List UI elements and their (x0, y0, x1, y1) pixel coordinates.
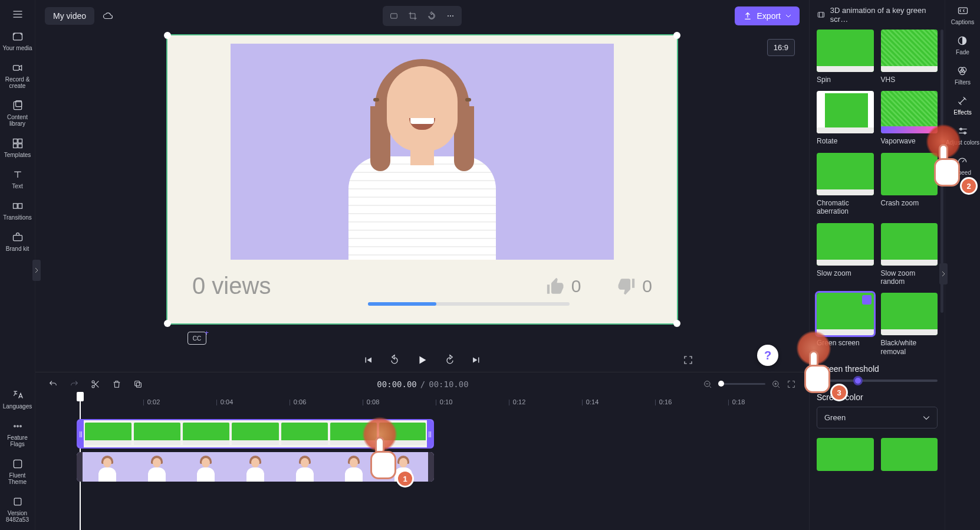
zoom-slider[interactable] (718, 383, 765, 385)
screen-color-select[interactable]: Green (817, 407, 938, 428)
cloud-sync-icon[interactable] (103, 11, 113, 21)
captions-toggle[interactable]: CC (188, 332, 206, 345)
help-button[interactable]: ? (757, 345, 778, 366)
pin-icon (862, 295, 872, 305)
clip-grip-left[interactable] (77, 452, 83, 482)
dots-icon (12, 420, 24, 432)
skip-end-icon[interactable] (471, 355, 482, 365)
svg-rect-2 (14, 102, 21, 109)
resize-handle-tr[interactable] (673, 32, 680, 39)
preview-canvas[interactable]: 0 views 0 0 (167, 35, 677, 323)
svg-rect-8 (13, 204, 17, 208)
clip-green-screen[interactable]: || || (77, 419, 434, 449)
more-tool[interactable] (442, 8, 459, 24)
forward-icon[interactable] (444, 354, 456, 366)
clip-video[interactable] (77, 452, 434, 482)
rail-filters[interactable]: Filters (955, 65, 971, 86)
effect-green-screen[interactable]: Green screen (817, 293, 874, 356)
sidebar-item-transitions[interactable]: Transitions (0, 199, 35, 222)
play-icon[interactable] (416, 354, 429, 367)
clip-grip-left[interactable]: || (78, 420, 84, 447)
effect-spin[interactable]: Spin (817, 30, 874, 84)
right-panel-collapse[interactable] (939, 263, 948, 284)
trash-icon[interactable] (112, 379, 121, 389)
clip-grip-right[interactable]: || (427, 420, 433, 447)
skip-start-icon[interactable] (363, 355, 373, 365)
export-button[interactable]: Export (735, 6, 800, 25)
effect-vhs[interactable]: VHS (881, 30, 938, 84)
rewind-icon[interactable] (389, 354, 400, 366)
ruler-tick: 0:14 (581, 398, 598, 405)
camera-icon (12, 62, 24, 74)
sidebar-item-version[interactable]: Version 8482a53 (0, 495, 35, 524)
effect-bw-removal[interactable]: Black/white removal (881, 293, 938, 356)
sidebar-item-record[interactable]: Record & create (0, 61, 35, 90)
rail-adjust-colors[interactable]: Adjust colors (946, 125, 979, 146)
svg-point-12 (17, 426, 18, 427)
main-area: My video Export 16:9 (35, 0, 809, 530)
resize-handle-bl[interactable] (164, 320, 171, 327)
redo-icon[interactable] (70, 379, 79, 389)
library-icon (12, 100, 24, 112)
project-title-chip[interactable]: My video (45, 7, 94, 25)
timeline-ruler[interactable]: 0:02 0:04 0:06 0:08 0:10 0:12 0:14 0:16 … (77, 395, 809, 413)
effect-rotate[interactable]: Rotate (817, 91, 874, 145)
crop-tool[interactable] (404, 8, 422, 24)
thumbs-up-icon (545, 276, 565, 296)
effect-more-2[interactable] (881, 438, 938, 471)
svg-point-18 (450, 15, 451, 17)
effect-vaporwave[interactable]: Vaporwave (881, 91, 938, 145)
sidebar-item-your-media[interactable]: Your media (0, 30, 35, 53)
resize-handle-tl[interactable] (164, 32, 171, 39)
sidebar-item-feature-flags[interactable]: Feature Flags (0, 419, 35, 449)
screen-color-value: Green (824, 413, 846, 422)
clip-grip-right[interactable] (428, 452, 434, 482)
sidebar-item-brand-kit[interactable]: Brand kit (0, 230, 35, 253)
ruler-tick: 0:16 (655, 398, 672, 405)
threshold-label: Screen threshold (817, 364, 938, 374)
sidebar-item-templates[interactable]: Templates (0, 136, 35, 159)
effect-slow-zoom-random[interactable]: Slow zoom random (881, 223, 938, 286)
effect-chromatic[interactable]: Chromatic aberration (817, 153, 874, 216)
effects-grid-more (817, 438, 938, 471)
time-total: 00:10.00 (429, 379, 468, 389)
sidebar-item-text[interactable]: Text (0, 168, 35, 191)
aspect-ratio-chip[interactable]: 16:9 (767, 39, 795, 56)
sidebar-item-fluent-theme[interactable]: Fluent Theme (0, 457, 35, 486)
left-rail: Your media Record & create Content libra… (0, 0, 35, 530)
svg-rect-16 (391, 14, 397, 18)
hamburger-button[interactable] (0, 7, 35, 21)
like-count: 0 (571, 276, 581, 296)
undo-icon[interactable] (48, 379, 58, 389)
effect-slow-zoom[interactable]: Slow zoom (817, 223, 874, 286)
rotate-tool[interactable] (423, 8, 440, 24)
split-icon[interactable] (91, 379, 100, 389)
resize-handle-br[interactable] (673, 320, 680, 327)
time-sep: / (420, 379, 425, 389)
chevron-down-icon (785, 13, 791, 19)
stats-row: 0 views 0 0 (192, 273, 652, 299)
zoom-out-icon[interactable] (703, 379, 712, 389)
rail-fade[interactable]: Fade (956, 35, 969, 55)
zoom-in-icon[interactable] (771, 379, 781, 389)
sidebar-item-languages[interactable]: Languages (0, 388, 35, 411)
fit-tool[interactable] (385, 8, 403, 24)
zoom-fit-icon[interactable] (787, 379, 796, 389)
effects-panel: 3D animation of a key green scr… Spin VH… (809, 0, 945, 530)
effects-grid: Spin VHS Rotate Vaporwave Chromatic aber… (817, 30, 938, 356)
rail-effects[interactable]: Effects (953, 95, 971, 116)
rail-speed[interactable]: Speed (954, 155, 971, 176)
effect-more-1[interactable] (817, 438, 874, 471)
sidebar-label: Brand kit (6, 246, 29, 252)
sidebar-item-content-library[interactable]: Content library (0, 99, 35, 128)
fullscreen-icon[interactable] (683, 355, 693, 365)
svg-rect-23 (136, 382, 141, 387)
duplicate-icon[interactable] (133, 379, 143, 389)
fade-icon (956, 35, 968, 47)
ruler-tick: 0:04 (216, 398, 233, 405)
briefcase-icon (12, 231, 24, 243)
panel-title: 3D animation of a key green scr… (830, 6, 938, 24)
effect-crash-zoom[interactable]: Crash zoom (881, 153, 938, 216)
threshold-slider[interactable] (817, 379, 938, 382)
rail-captions[interactable]: Captions (951, 5, 974, 25)
